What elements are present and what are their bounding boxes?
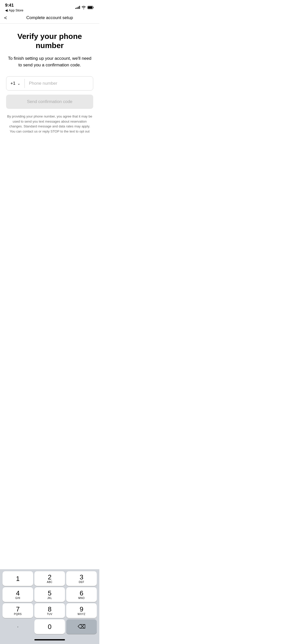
send-confirmation-button[interactable]: Send confirmation code <box>6 95 93 109</box>
back-arrow-small: ◀ <box>5 8 8 12</box>
chevron-down-icon: ⌄ <box>17 81 20 85</box>
disclaimer-text: By providing your phone number, you agre… <box>6 114 93 134</box>
page-subtext: To finish setting up your account, we'll… <box>6 55 93 68</box>
country-code-selector[interactable]: +1 ⌄ <box>6 81 24 86</box>
main-content: Verify your phone number To finish setti… <box>0 24 99 140</box>
app-store-label: App Store <box>9 8 23 12</box>
status-left: 9:41 ◀ App Store <box>5 3 23 12</box>
phone-number-input[interactable] <box>25 81 93 86</box>
page-heading: Verify your phone number <box>6 32 93 50</box>
battery-icon <box>87 6 94 9</box>
status-time: 9:41 <box>5 3 23 8</box>
nav-title: Complete account setup <box>26 15 73 20</box>
wifi-icon <box>82 6 86 9</box>
svg-rect-1 <box>88 6 92 9</box>
app-store-back[interactable]: ◀ App Store <box>5 8 23 12</box>
back-chevron-icon: < <box>4 15 7 21</box>
status-icons <box>75 6 94 9</box>
status-bar: 9:41 ◀ App Store <box>0 0 99 13</box>
signal-icon <box>75 6 80 9</box>
nav-bar: < Complete account setup <box>0 13 99 24</box>
back-button[interactable]: < <box>4 15 7 21</box>
phone-input-container: +1 ⌄ <box>6 76 93 91</box>
country-code-text: +1 <box>10 81 15 86</box>
